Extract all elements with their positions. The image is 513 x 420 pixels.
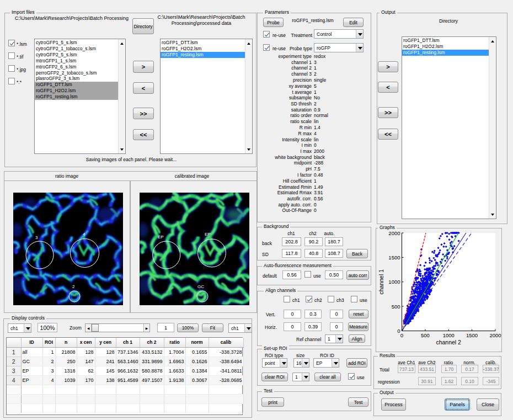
svg-text:channel 2: channel 2 bbox=[436, 339, 461, 345]
svg-text:500: 500 bbox=[392, 304, 400, 310]
svg-text:0: 0 bbox=[397, 328, 400, 334]
svg-text:4: 4 bbox=[83, 232, 86, 237]
svg-text:1000: 1000 bbox=[443, 332, 455, 338]
svg-text:2: 2 bbox=[72, 284, 75, 289]
svg-text:500: 500 bbox=[421, 332, 430, 338]
svg-text:2000: 2000 bbox=[489, 332, 501, 338]
svg-text:GC: GC bbox=[197, 284, 204, 289]
svg-text:2000: 2000 bbox=[388, 230, 400, 236]
svg-text:3: 3 bbox=[35, 235, 38, 240]
svg-text:channel 1: channel 1 bbox=[378, 269, 385, 295]
svg-text:0: 0 bbox=[400, 332, 403, 338]
svg-text:1000: 1000 bbox=[388, 279, 400, 285]
svg-text:1500: 1500 bbox=[466, 332, 478, 338]
svg-text:EP: EP bbox=[158, 235, 164, 240]
svg-text:1500: 1500 bbox=[388, 254, 400, 260]
